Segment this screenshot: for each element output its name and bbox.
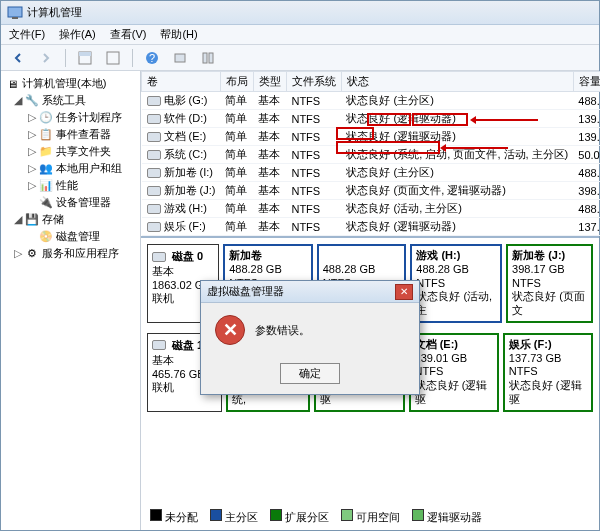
toolbar: ? [1,45,599,71]
app-icon [7,5,23,21]
col-fs[interactable]: 文件系统 [286,72,341,92]
table-row[interactable]: 新加卷 (J:)简单基本NTFS状态良好 (页面文件, 逻辑驱动器)398.17… [142,182,601,200]
table-row[interactable]: 游戏 (H:)简单基本NTFS状态良好 (活动, 主分区)488.28 GB37… [142,200,601,218]
error-icon: ✕ [215,315,245,345]
menu-action[interactable]: 操作(A) [59,27,96,42]
volume-icon [147,186,161,196]
tree-diskmgmt[interactable]: 磁盘管理 [56,229,100,244]
legend-logical: 逻辑驱动器 [427,511,482,523]
nav-tree[interactable]: 🖥计算机管理(本地) ◢🔧系统工具 ▷🕒任务计划程序 ▷📋事件查看器 ▷📁共享文… [1,71,141,530]
legend-free: 可用空间 [356,511,400,523]
menubar: 文件(F) 操作(A) 查看(V) 帮助(H) [1,25,599,45]
expand-icon[interactable]: ▷ [27,128,36,141]
table-row[interactable]: 新加卷 (I:)简单基本NTFS状态良好 (主分区)488.28 GB348.2… [142,164,601,182]
tree-event[interactable]: 事件查看器 [56,127,111,142]
window-title: 计算机管理 [27,5,82,20]
table-row[interactable]: 娱乐 (F:)简单基本NTFS状态良好 (逻辑驱动器)137.73 GB81.6… [142,218,601,236]
volume-icon [147,222,161,232]
volume-block[interactable]: 游戏 (H:)488.28 GB NTFS状态良好 (活动, 主 [410,244,502,323]
computer-icon: 🖥 [5,77,19,91]
perf-icon: 📊 [39,179,53,193]
users-icon: 👥 [39,162,53,176]
volume-icon [147,204,161,214]
expand-icon[interactable]: ▷ [27,179,36,192]
legend-unalloc: 未分配 [165,511,198,523]
toolbar-button[interactable] [169,48,191,68]
annotation-box [336,127,374,140]
annotation-box [412,113,468,126]
volume-icon [147,114,161,124]
tree-shared[interactable]: 共享文件夹 [56,144,111,159]
storage-icon: 💾 [25,213,39,227]
col-status[interactable]: 状态 [341,72,573,92]
error-dialog: 虚拟磁盘管理器 ✕ ✕ 参数错误。 确定 [200,280,420,395]
volume-block[interactable]: 娱乐 (F:)137.73 GB NTFS状态良好 (逻辑驱 [503,333,593,412]
annotation-box [336,141,440,154]
table-row[interactable]: 电影 (G:)简单基本NTFS状态良好 (主分区)488.28 GB285.98… [142,92,601,110]
expand-icon[interactable]: ◢ [13,94,22,107]
ok-button[interactable]: 确定 [280,363,340,384]
forward-button[interactable] [35,48,57,68]
col-cap[interactable]: 容量 [573,72,600,92]
disk-icon [152,252,166,262]
svg-rect-3 [79,52,91,56]
volume-icon [147,96,161,106]
svg-rect-0 [8,7,22,17]
legend: 未分配 主分区 扩展分区 可用空间 逻辑驱动器 [150,509,482,525]
svg-rect-8 [203,53,207,63]
expand-icon[interactable]: ▷ [27,111,36,124]
disk-icon: 📀 [39,230,53,244]
annotation-arrow [442,147,508,149]
svg-text:?: ? [149,52,155,64]
services-icon: ⚙ [25,247,39,261]
legend-primary: 主分区 [225,511,258,523]
menu-view[interactable]: 查看(V) [110,27,147,42]
svg-rect-7 [175,54,185,62]
annotation-arrow [472,119,538,121]
dialog-titlebar[interactable]: 虚拟磁盘管理器 ✕ [201,281,419,303]
event-icon: 📋 [39,128,53,142]
tree-root[interactable]: 计算机管理(本地) [22,76,106,91]
expand-icon[interactable]: ▷ [13,247,22,260]
disk-icon [152,340,166,350]
tree-perf[interactable]: 性能 [56,178,78,193]
toolbar-button[interactable] [197,48,219,68]
volume-icon [147,132,161,142]
svg-rect-1 [12,17,18,19]
col-layout[interactable]: 布局 [220,72,253,92]
menu-file[interactable]: 文件(F) [9,27,45,42]
tree-systools[interactable]: 系统工具 [42,93,86,108]
close-button[interactable]: ✕ [395,284,413,300]
tree-users[interactable]: 本地用户和组 [56,161,122,176]
legend-ext: 扩展分区 [285,511,329,523]
back-button[interactable] [7,48,29,68]
expand-icon[interactable]: ▷ [27,145,36,158]
folder-icon: 📁 [39,145,53,159]
expand-icon[interactable]: ▷ [27,162,36,175]
tree-task[interactable]: 任务计划程序 [56,110,122,125]
help-button[interactable]: ? [141,48,163,68]
tree-storage[interactable]: 存储 [42,212,64,227]
wrench-icon: 🔧 [25,94,39,108]
titlebar: 计算机管理 [1,1,599,25]
menu-help[interactable]: 帮助(H) [160,27,197,42]
toolbar-button[interactable] [74,48,96,68]
volume-icon [147,168,161,178]
col-type[interactable]: 类型 [253,72,286,92]
svg-rect-4 [107,52,119,64]
svg-rect-9 [209,53,213,63]
annotation-box [367,113,411,126]
col-vol[interactable]: 卷 [142,72,221,92]
tree-services[interactable]: 服务和应用程序 [42,246,119,261]
volume-icon [147,150,161,160]
dialog-title: 虚拟磁盘管理器 [207,284,284,299]
expand-icon[interactable]: ◢ [13,213,22,226]
separator [132,49,133,67]
refresh-button[interactable] [102,48,124,68]
volume-block[interactable]: 新加卷 (J:)398.17 GB NTFS状态良好 (页面文 [506,244,593,323]
dialog-message: 参数错误。 [255,323,310,338]
clock-icon: 🕒 [39,111,53,125]
separator [65,49,66,67]
volume-block[interactable]: 文档 (E:)139.01 GB NTFS状态良好 (逻辑驱 [409,333,499,412]
tree-devmgr[interactable]: 设备管理器 [56,195,111,210]
